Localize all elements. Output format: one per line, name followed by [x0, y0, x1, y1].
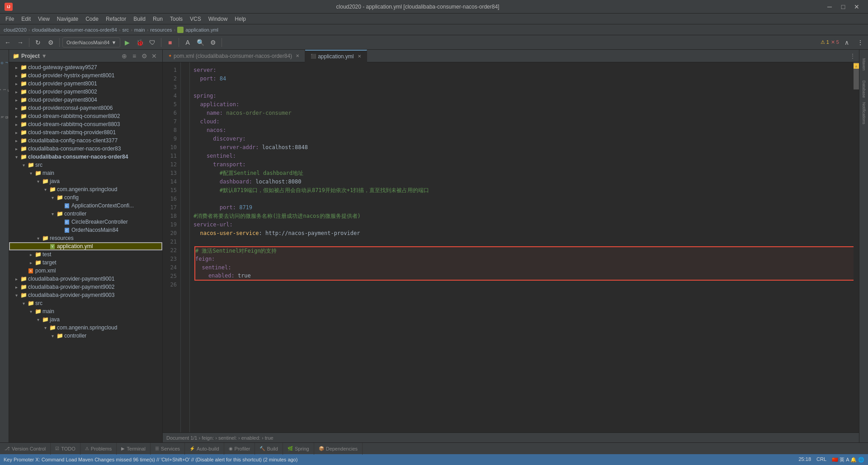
- tree-item-consul[interactable]: ▸📁cloud-providerconsul-payment8006: [9, 104, 162, 112]
- tree-arrow-payment9001[interactable]: ▸: [13, 275, 20, 282]
- refresh-button[interactable]: ↻: [32, 37, 44, 48]
- tabs-overflow[interactable]: ⋮: [846, 53, 859, 59]
- tree-arrow-hystrix[interactable]: ▸: [13, 72, 20, 79]
- tree-arrow-consul[interactable]: ▸: [13, 104, 20, 112]
- tree-arrow-order83[interactable]: ▸: [13, 145, 20, 152]
- tree-arrow-rabbit8801[interactable]: ▸: [13, 129, 20, 136]
- menu-item-code[interactable]: Code: [82, 14, 102, 24]
- tree-item-src84[interactable]: ▾📁src: [9, 161, 162, 169]
- menu-item-edit[interactable]: Edit: [18, 14, 34, 24]
- build-button[interactable]: ⚙: [45, 37, 57, 48]
- bottom-tab-auto-build[interactable]: ⚡Auto-build: [185, 443, 224, 455]
- menu-item-file[interactable]: File: [2, 14, 18, 24]
- tree-arrow-p8001[interactable]: ▸: [13, 80, 20, 87]
- search-button[interactable]: 🔍: [194, 37, 206, 48]
- run-button[interactable]: ▶: [121, 37, 133, 48]
- tree-arrow-src84[interactable]: ▾: [20, 161, 27, 169]
- tree-item-config84[interactable]: ▾📁config: [9, 193, 162, 202]
- settings-button[interactable]: ⚙: [207, 37, 219, 48]
- restore-button[interactable]: □: [836, 0, 850, 14]
- tree-arrow-rabbit8802[interactable]: ▸: [13, 113, 20, 120]
- run-config-selector[interactable]: OrderNacosMain84 ▼: [62, 38, 120, 47]
- locate-button[interactable]: ⊕: [120, 52, 129, 61]
- tree-item-rabbit8801[interactable]: ▸📁cloud-stream-rabbitmq-provider8801: [9, 128, 162, 136]
- expand-button[interactable]: ∧: [841, 37, 853, 48]
- tree-arrow-src9003[interactable]: ▾: [20, 300, 27, 307]
- tree-arrow-java84[interactable]: ▾: [34, 178, 42, 185]
- menu-item-window[interactable]: Window: [205, 14, 231, 24]
- tree-item-main9003[interactable]: ▾📁main: [9, 307, 162, 315]
- tree-item-order83[interactable]: ▸📁cloudalibaba-consumer-nacos-order83: [9, 145, 162, 153]
- tab-pom[interactable]: ✦ pom.xml (cloudalibaba-consumer-nacos-o…: [163, 50, 305, 62]
- tree-item-appctx[interactable]: CApplicationContextConfi...: [9, 202, 162, 210]
- tree-item-order84[interactable]: ▾📁cloudalibaba-consumer-nacos-order84: [9, 153, 162, 161]
- tree-arrow-java9003[interactable]: ▾: [34, 316, 42, 323]
- tree-item-payment9003[interactable]: ▾📁cloudalibaba-provider-payment9003: [9, 291, 162, 299]
- bc-module[interactable]: cloudalibaba-consumer-nacos-order84: [32, 27, 117, 33]
- notifications-panel-icon[interactable]: Notifications: [860, 102, 868, 125]
- close-panel-button[interactable]: ✕: [150, 52, 159, 61]
- bottom-tab-problems[interactable]: ⚠Problems: [80, 443, 117, 455]
- tree-item-circlebreaker[interactable]: CCircleBreakerController: [9, 218, 162, 226]
- tab-pom-close[interactable]: ✕: [296, 53, 299, 58]
- bc-src[interactable]: src: [122, 27, 129, 33]
- coverage-button[interactable]: 🛡: [146, 37, 158, 48]
- bc-resources[interactable]: resources: [150, 27, 172, 33]
- tree-arrow-p8002[interactable]: ▸: [13, 88, 20, 95]
- tree-arrow-config84[interactable]: ▾: [49, 194, 56, 201]
- bottom-tab-todo[interactable]: ☑TODO: [51, 443, 80, 455]
- tree-item-target84[interactable]: ▸📁target: [9, 258, 162, 267]
- tree-arrow-gw[interactable]: ▸: [13, 64, 20, 71]
- tree-item-rabbit8803[interactable]: ▸📁cloud-stream-rabbitmq-consumer8803: [9, 120, 162, 128]
- more-button[interactable]: ⋮: [854, 37, 866, 48]
- menu-item-view[interactable]: View: [34, 14, 53, 24]
- tree-arrow-appctx[interactable]: [56, 202, 63, 209]
- tree-item-ctrl9003[interactable]: ▾📁controller: [9, 332, 162, 340]
- tree-arrow-rabbit8803[interactable]: ▸: [13, 121, 20, 128]
- tree-arrow-pom84[interactable]: [20, 267, 27, 274]
- close-button[interactable]: ✕: [850, 0, 863, 14]
- database-panel-icon[interactable]: Database: [860, 78, 868, 100]
- minimize-button[interactable]: ─: [823, 0, 836, 14]
- bottom-tab-dependencies[interactable]: 📦Dependencies: [314, 443, 363, 455]
- tree-item-com9003[interactable]: ▾📁com.angenin.springcloud: [9, 324, 162, 332]
- bottom-tab-spring[interactable]: 🌿Spring: [283, 443, 314, 455]
- tree-arrow-target84[interactable]: ▸: [27, 259, 34, 266]
- bc-project[interactable]: cloud2020: [4, 27, 27, 33]
- tree-arrow-appyml84[interactable]: [42, 243, 49, 250]
- tree-item-hystrix[interactable]: ▸📁cloud-provider-hystrix-payment8001: [9, 71, 162, 80]
- translate-button[interactable]: A: [182, 37, 193, 48]
- back-button[interactable]: ←: [2, 37, 14, 48]
- bc-main[interactable]: main: [134, 27, 145, 33]
- tree-item-resources84[interactable]: ▾📁resources: [9, 234, 162, 242]
- tree-item-ordermain84[interactable]: COrderNacosMain84: [9, 226, 162, 234]
- tree-item-payment9002[interactable]: ▸📁cloudalibaba-provider-payment9002: [9, 283, 162, 291]
- tree-arrow-ordermain84[interactable]: [56, 226, 63, 234]
- bookmarks-icon[interactable]: Bk: [0, 104, 9, 131]
- tab-appyml[interactable]: ⬛ application.yml ✕: [305, 50, 367, 62]
- collapse-button[interactable]: ≡: [130, 52, 139, 61]
- tree-item-java9003[interactable]: ▾📁java: [9, 315, 162, 324]
- menu-item-build[interactable]: Build: [130, 14, 149, 24]
- tree-item-nacos3377[interactable]: ▸📁cloudalibaba-config-nacos-client3377: [9, 136, 162, 145]
- menu-item-vcs[interactable]: VCS: [186, 14, 205, 24]
- tree-arrow-main9003[interactable]: ▾: [27, 308, 34, 315]
- bottom-tab-profiler[interactable]: ◉Profiler: [224, 443, 255, 455]
- bottom-tab-version-control[interactable]: ⎇Version Control: [0, 443, 51, 455]
- tree-arrow-p8004[interactable]: ▸: [13, 96, 20, 103]
- bottom-tab-services[interactable]: ☰Services: [151, 443, 185, 455]
- tree-item-p8002[interactable]: ▸📁cloud-provider-payment8002: [9, 88, 162, 96]
- vertical-scrollbar[interactable]: ⚠: [854, 62, 859, 432]
- tree-arrow-com9003[interactable]: ▾: [42, 324, 49, 331]
- tree-arrow-payment9003[interactable]: ▾: [13, 291, 20, 299]
- tree-item-gw[interactable]: ▸📁cloud-gateway-gateway9527: [9, 63, 162, 71]
- tree-arrow-test84[interactable]: ▸: [27, 251, 34, 258]
- tab-appyml-close[interactable]: ✕: [358, 54, 361, 59]
- settings-button[interactable]: ⚙: [140, 52, 149, 61]
- tree-item-rabbit8802[interactable]: ▸📁cloud-stream-rabbitmq-consumer8802: [9, 112, 162, 120]
- tree-item-payment9001[interactable]: ▸📁cloudalibaba-provider-payment9001: [9, 275, 162, 283]
- tree-item-test84[interactable]: ▸📁test: [9, 250, 162, 258]
- tree-arrow-circlebreaker[interactable]: [56, 218, 63, 225]
- menu-item-tools[interactable]: Tools: [166, 14, 186, 24]
- tree-item-com84[interactable]: ▾📁com.angenin.springcloud: [9, 185, 162, 193]
